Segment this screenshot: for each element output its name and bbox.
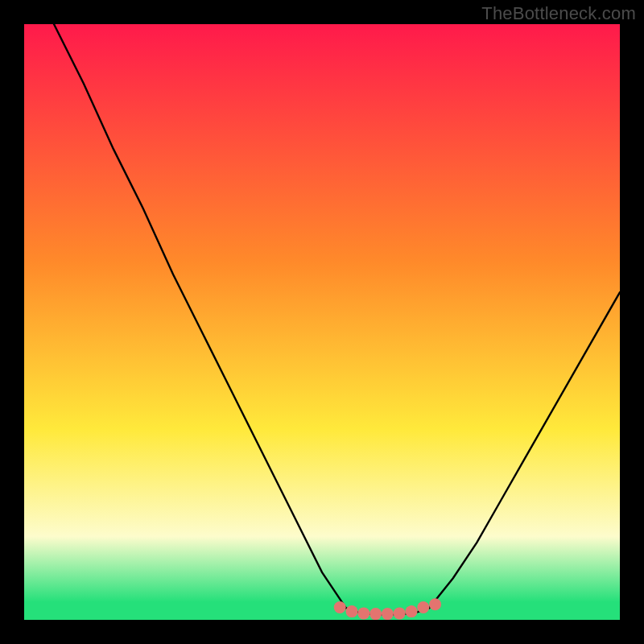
curve-layer (24, 24, 620, 620)
left-branch-path (54, 24, 346, 608)
credit-label: TheBottleneck.com (481, 3, 636, 24)
right-branch-path (429, 292, 620, 608)
valley-marker-dot (334, 601, 346, 613)
valley-markers (334, 598, 441, 620)
valley-marker-dot (369, 608, 382, 620)
valley-marker-dot (429, 598, 441, 610)
valley-marker-dot (394, 607, 406, 619)
valley-marker-dot (382, 608, 394, 620)
chart-stage: TheBottleneck.com (0, 0, 644, 644)
plot-area (24, 24, 620, 620)
valley-marker-dot (406, 605, 418, 617)
valley-marker-dot (417, 601, 429, 613)
valley-marker-dot (346, 605, 358, 617)
valley-marker-dot (357, 607, 369, 619)
